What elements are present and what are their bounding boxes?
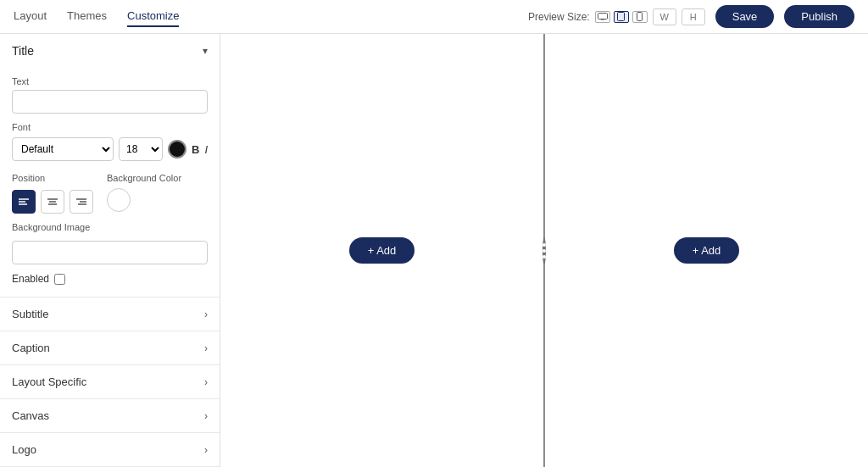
canvas-area: + Add + Add [220,34,868,467]
svg-rect-0 [598,14,607,19]
caption-section[interactable]: Caption › [0,331,220,365]
enabled-row: Enabled [12,273,208,285]
align-center-button[interactable] [41,190,64,214]
preview-height-input[interactable] [682,8,705,25]
layout-specific-chevron-icon: › [204,376,208,388]
font-size-select[interactable]: 18 [119,137,163,161]
font-color-picker[interactable] [168,140,186,158]
subtitle-section[interactable]: Subtitle › [0,297,220,331]
enabled-checkbox[interactable] [54,274,65,285]
title-chevron-down-icon: ▾ [203,45,208,57]
panel-left: + Add [220,34,543,467]
svg-rect-3 [637,13,643,21]
divider-dots [542,243,546,259]
svg-rect-2 [618,13,625,21]
add-right-button[interactable]: + Add [674,237,740,264]
title-text-input[interactable] [12,90,208,114]
header: Layout Themes Customize Preview Size: [0,0,868,34]
layout-specific-section[interactable]: Layout Specific › [0,365,220,399]
divider-dot-1 [542,243,546,247]
caption-label: Caption [12,342,50,354]
align-left-button[interactable] [12,190,36,214]
font-field-label: Font [12,122,208,132]
layout-specific-label: Layout Specific [12,375,86,388]
sidebar: Title ▾ Text Font Default 18 [0,34,220,467]
canvas-section[interactable]: Canvas › [0,399,220,433]
font-row: Default 18 B I [12,137,208,161]
bg-color-field-label: Background Color [107,173,181,183]
save-button[interactable]: Save [715,5,775,28]
preview-tablet-icon[interactable] [614,11,629,23]
preview-size-container: Preview Size: [528,8,705,25]
title-section-label: Title [12,44,34,58]
panel-right: + Add [545,34,868,467]
canvas-chevron-icon: › [204,410,208,422]
enabled-label: Enabled [12,273,49,285]
add-left-button[interactable]: + Add [349,237,415,264]
canvas-label: Canvas [12,409,49,422]
divider-dot-3 [542,255,546,259]
font-family-select[interactable]: Default [12,137,114,161]
bg-image-input[interactable] [12,241,208,264]
italic-button[interactable]: I [204,143,208,156]
bg-color-picker[interactable] [107,188,131,212]
header-right: Preview Size: Save Publish [528,5,854,28]
header-tabs: Layout Themes Customize [14,6,179,27]
divider-handle[interactable] [542,237,546,264]
position-row [12,190,93,214]
title-section: Title ▾ Text Font Default 18 [0,34,220,297]
logo-label: Logo [12,443,36,456]
caption-chevron-icon: › [204,342,208,354]
tab-themes[interactable]: Themes [67,6,107,27]
position-field-label: Position [12,173,93,183]
bg-image-field-label: Background Image [12,222,208,232]
publish-button[interactable]: Publish [784,5,854,28]
tab-customize[interactable]: Customize [127,6,179,27]
preview-desktop-icon[interactable] [595,11,610,23]
canvas-inner: + Add + Add [220,34,868,467]
logo-section[interactable]: Logo › [0,433,220,467]
preview-width-input[interactable] [653,8,676,25]
preview-mobile-icon[interactable] [632,11,648,23]
text-field-label: Text [12,76,208,86]
title-body: Text Font Default 18 B I [0,76,220,297]
logo-chevron-icon: › [204,444,208,456]
bold-button[interactable]: B [192,143,199,156]
preview-size-label: Preview Size: [528,11,590,23]
main-container: Title ▾ Text Font Default 18 [0,34,868,467]
subtitle-label: Subtitle [12,308,48,320]
title-section-header[interactable]: Title ▾ [0,34,220,68]
tab-layout[interactable]: Layout [14,6,47,27]
preview-icons [595,11,648,23]
divider-dot-2 [542,249,546,253]
align-right-button[interactable] [70,190,93,214]
subtitle-chevron-icon: › [204,309,208,320]
